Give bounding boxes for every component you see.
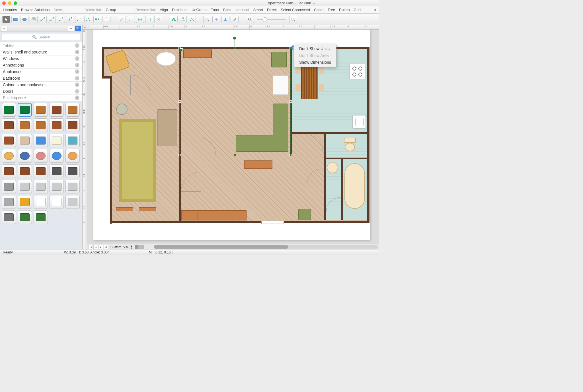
category-item[interactable]: Building core×	[0, 95, 82, 101]
category-item[interactable]: Appliances×	[0, 69, 82, 75]
wall[interactable]	[179, 49, 181, 221]
menu-reverse-link[interactable]: Reverse link	[136, 8, 156, 12]
library-shape[interactable]	[34, 180, 48, 193]
tool-pan[interactable]	[212, 16, 220, 23]
bathroom-sink[interactable]	[327, 162, 338, 173]
menu-direct[interactable]: Direct	[267, 8, 277, 12]
first-page-button[interactable]: |◂	[88, 245, 93, 249]
library-shape[interactable]	[65, 149, 80, 163]
category-item[interactable]: Cabinets and bookcases×	[0, 82, 82, 88]
library-shape[interactable]	[34, 195, 48, 209]
category-item[interactable]: Walls, shell and structure×	[0, 49, 82, 55]
tool-zoom[interactable]	[203, 16, 211, 23]
library-shape[interactable]	[2, 180, 16, 193]
menu-overflow-icon[interactable]: »	[374, 8, 376, 12]
menu-item-dont-show-area[interactable]: Don't Show Area	[294, 52, 336, 59]
library-shape[interactable]	[34, 134, 48, 147]
library-shape[interactable]	[18, 103, 32, 117]
category-item[interactable]: Doors×	[0, 88, 82, 95]
horizontal-scrollbar[interactable]	[154, 245, 378, 249]
fridge[interactable]	[273, 75, 288, 95]
rug[interactable]	[119, 119, 156, 202]
library-shape[interactable]	[50, 164, 64, 178]
library-shape[interactable]	[65, 164, 80, 178]
menu-item-show-dimensions[interactable]: Show Dimensions	[294, 59, 336, 66]
zoom-stepper-icon[interactable]: ▴▾	[131, 245, 132, 249]
dining-chair[interactable]	[319, 67, 324, 74]
last-page-button[interactable]: ▸|	[104, 245, 108, 249]
library-shape[interactable]	[2, 211, 16, 224]
tool-clipboard[interactable]	[102, 16, 110, 23]
library-shape[interactable]	[34, 103, 48, 117]
sofa-section[interactable]	[273, 104, 288, 152]
library-shape[interactable]	[34, 149, 48, 163]
list-view-icon[interactable]: ≡	[68, 26, 74, 31]
door-arc[interactable]	[307, 135, 324, 152]
search-toggle-icon[interactable]: 🔍	[75, 26, 81, 31]
drawing-page[interactable]: ▸ Don't Show Units Don't Show Area Show …	[93, 30, 370, 240]
dining-chair[interactable]	[295, 67, 301, 74]
menu-tree[interactable]: Tree	[328, 8, 335, 12]
library-shape[interactable]	[18, 195, 32, 209]
menu-ungroup[interactable]: UnGroup	[192, 8, 207, 12]
prev-page-button[interactable]: ◂	[93, 245, 98, 249]
category-item[interactable]: Windows×	[0, 55, 82, 62]
title-dropdown-icon[interactable]: ⌄	[312, 1, 315, 5]
tool-line-4[interactable]	[145, 16, 153, 23]
tool-connector-6[interactable]	[84, 16, 92, 23]
chair[interactable]	[271, 52, 287, 67]
bathtub[interactable]	[344, 163, 365, 209]
panel-toggle-icon[interactable]: ☰	[1, 26, 7, 31]
library-shape[interactable]	[18, 211, 32, 224]
canvas-viewport[interactable]: ▸ Don't Show Units Don't Show Area Show …	[87, 30, 379, 244]
menu-libraries[interactable]: Libraries	[3, 8, 17, 12]
shelf[interactable]	[116, 207, 133, 211]
menu-distribute[interactable]: Distribute	[172, 8, 188, 12]
library-search[interactable]: 🔍 Search	[2, 34, 80, 40]
menu-delete-link[interactable]: Delete link	[85, 8, 102, 12]
tool-text[interactable]	[30, 16, 38, 23]
round-sink[interactable]	[156, 52, 176, 66]
library-shape[interactable]	[2, 134, 16, 147]
library-shape[interactable]	[65, 134, 80, 147]
close-icon[interactable]: ×	[75, 43, 79, 48]
tool-connector-4[interactable]	[66, 16, 74, 23]
tool-line-2[interactable]	[127, 16, 135, 23]
menu-front[interactable]: Front	[211, 8, 219, 12]
menu-browse-solutions[interactable]: Browse Solutions	[21, 8, 50, 12]
library-shape[interactable]	[2, 149, 16, 163]
library-shape[interactable]	[65, 180, 80, 193]
library-shape[interactable]	[50, 149, 64, 163]
page-thumb-icon[interactable]	[135, 245, 138, 249]
library-shape[interactable]	[18, 134, 32, 147]
library-shape[interactable]	[65, 103, 80, 117]
door-arc[interactable]	[181, 172, 204, 195]
cabinet-row[interactable]	[181, 210, 247, 220]
library-shape[interactable]	[18, 164, 32, 178]
tool-connector-2[interactable]	[48, 16, 56, 23]
category-item[interactable]: Bathroom×	[0, 75, 82, 82]
library-shape[interactable]	[2, 103, 16, 117]
zoom-level-label[interactable]: Custom 77%	[109, 245, 130, 249]
dining-table[interactable]	[301, 62, 318, 99]
menu-align[interactable]: Align	[160, 8, 168, 12]
maximize-window-icon[interactable]	[14, 1, 17, 5]
dining-chair[interactable]	[319, 84, 324, 91]
door-arc[interactable]	[199, 138, 219, 158]
library-shape[interactable]	[50, 134, 64, 147]
library-shape[interactable]	[50, 103, 64, 117]
library-shape[interactable]	[34, 118, 48, 132]
toilet[interactable]	[344, 138, 356, 152]
wall[interactable]	[102, 76, 112, 79]
menu-identical[interactable]: Identical	[235, 8, 249, 12]
door-arc[interactable]	[307, 169, 324, 186]
tool-connector-3[interactable]	[57, 16, 65, 23]
cabinet[interactable]	[183, 49, 212, 58]
close-window-icon[interactable]	[2, 1, 6, 5]
library-shape[interactable]	[18, 180, 32, 193]
close-icon[interactable]: ×	[75, 63, 79, 67]
tool-connector-5[interactable]	[75, 16, 83, 23]
page-thumb-icon[interactable]	[138, 245, 141, 249]
close-icon[interactable]: ×	[75, 76, 79, 81]
floor-plan[interactable]: ▸	[102, 47, 369, 226]
